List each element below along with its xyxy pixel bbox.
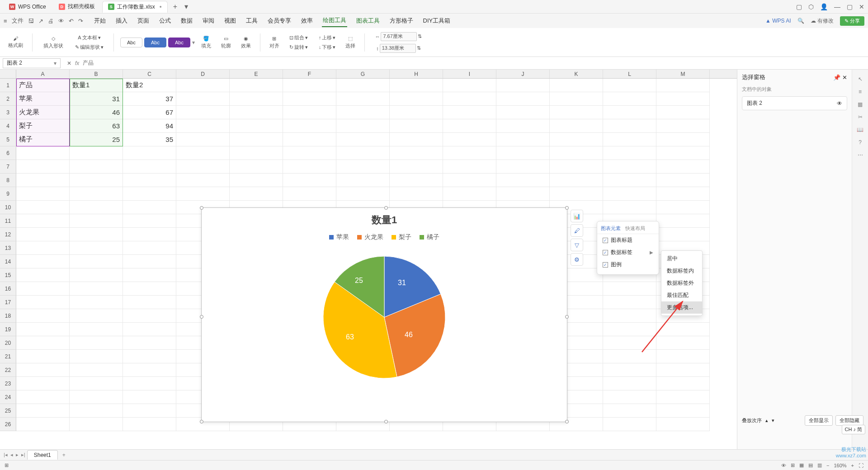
cell[interactable] [16, 160, 70, 174]
row-header[interactable]: 24 [0, 390, 16, 404]
dropdown-icon[interactable]: ▾ [54, 60, 57, 66]
cell[interactable] [70, 296, 123, 309]
cell[interactable] [550, 92, 603, 106]
cell[interactable] [16, 214, 70, 228]
row-header[interactable]: 21 [0, 350, 16, 363]
col-header[interactable]: G [336, 70, 390, 78]
cell[interactable] [603, 323, 656, 336]
cell[interactable] [496, 79, 550, 92]
close-button[interactable]: ✕ [859, 3, 864, 10]
cell[interactable] [70, 404, 123, 418]
cell[interactable] [336, 92, 390, 106]
cell[interactable] [603, 336, 656, 350]
zoom-level[interactable]: 160% [834, 463, 846, 468]
cell[interactable] [550, 106, 603, 119]
cell[interactable] [656, 201, 710, 214]
cell[interactable] [70, 418, 123, 431]
stepper-icon[interactable]: ⇅ [417, 45, 421, 51]
cell[interactable] [70, 390, 123, 404]
row-header[interactable]: 19 [0, 323, 16, 336]
cell[interactable] [283, 160, 336, 174]
checkbox-icon[interactable]: ✓ [603, 262, 608, 268]
cell[interactable] [70, 336, 123, 350]
cell[interactable]: 67 [123, 106, 176, 119]
cell[interactable] [656, 106, 710, 119]
row-header[interactable]: 22 [0, 363, 16, 377]
cell[interactable] [123, 404, 176, 418]
cell[interactable] [16, 282, 70, 296]
cell[interactable] [390, 106, 443, 119]
cell[interactable] [603, 350, 656, 363]
cell[interactable] [176, 187, 230, 201]
cell[interactable] [496, 92, 550, 106]
row-header[interactable]: 15 [0, 268, 16, 282]
row-header[interactable]: 9 [0, 187, 16, 201]
row-header[interactable]: 12 [0, 228, 16, 241]
cell[interactable] [70, 363, 123, 377]
cell[interactable] [603, 160, 656, 174]
row-header[interactable]: 13 [0, 241, 16, 255]
col-header[interactable]: B [70, 70, 123, 78]
cell[interactable] [390, 146, 443, 160]
cell[interactable] [230, 174, 283, 187]
menu-formula[interactable]: 公式 [158, 15, 172, 27]
visibility-icon[interactable]: 👁 [837, 100, 842, 107]
row-header[interactable]: 4 [0, 119, 16, 133]
formula-content[interactable]: 产品 [83, 59, 94, 67]
menu-icon[interactable]: ≡ [4, 18, 7, 24]
resize-handle[interactable] [565, 420, 569, 423]
cell[interactable] [283, 133, 336, 146]
cell[interactable] [443, 119, 496, 133]
cell[interactable] [123, 296, 176, 309]
undo-icon[interactable]: ↶ [69, 18, 74, 24]
print-icon[interactable]: 🖨 [48, 18, 54, 24]
submenu-more-options[interactable]: 更多选项... [661, 301, 702, 314]
cell[interactable] [16, 187, 70, 201]
cell[interactable] [70, 201, 123, 214]
cell[interactable] [16, 296, 70, 309]
status-icon[interactable]: ⊞ [5, 462, 9, 468]
cell[interactable] [656, 323, 710, 336]
group-button[interactable]: ⊡ 组合 ▾ [288, 33, 310, 42]
cell[interactable] [603, 106, 656, 119]
tab-menu-button[interactable]: ▾ [181, 2, 192, 11]
cell[interactable] [603, 363, 656, 377]
cell[interactable] [176, 146, 230, 160]
cell[interactable] [656, 146, 710, 160]
menu-diy[interactable]: DIY工具箱 [422, 15, 452, 27]
col-header[interactable]: L [603, 70, 656, 78]
cell[interactable] [123, 174, 176, 187]
cell[interactable] [70, 160, 123, 174]
cell[interactable]: 数量1 [70, 79, 123, 92]
cell[interactable] [283, 92, 336, 106]
pie-chart[interactable]: 31 46 63 25 [202, 249, 567, 381]
row-header[interactable]: 2 [0, 92, 16, 106]
style-preset-1[interactable]: Abc [120, 38, 142, 47]
maximize-button[interactable]: ▢ [847, 3, 853, 10]
cell[interactable] [603, 174, 656, 187]
fill-button[interactable]: 🪣填充 [198, 34, 214, 51]
select-button[interactable]: ⬚选择 [343, 34, 358, 51]
close-panel-icon[interactable]: ✕ [842, 74, 847, 81]
cell[interactable] [390, 119, 443, 133]
cell[interactable]: 94 [123, 119, 176, 133]
cell[interactable] [550, 133, 603, 146]
cell[interactable] [603, 119, 656, 133]
cell[interactable] [390, 160, 443, 174]
resize-handle[interactable] [565, 315, 569, 319]
checkbox-icon[interactable]: ✓ [603, 250, 608, 255]
help-tool-icon[interactable]: ? [859, 139, 862, 146]
col-header[interactable]: H [390, 70, 443, 78]
format-brush-button[interactable]: 🖌 格式刷 [5, 34, 26, 51]
fullscreen-icon[interactable]: ⛶ [859, 463, 863, 468]
cell[interactable] [656, 119, 710, 133]
submenu-bestfit[interactable]: 最佳匹配 [661, 289, 702, 301]
object-item[interactable]: 图表 2 👁 [742, 96, 847, 110]
text-box-button[interactable]: A 文本框 ▾ [76, 33, 102, 42]
row-header[interactable]: 7 [0, 160, 16, 174]
next-sheet-icon[interactable]: ▸ [16, 452, 19, 458]
menu-review[interactable]: 审阅 [202, 15, 215, 27]
cell[interactable] [123, 268, 176, 282]
cell[interactable] [390, 187, 443, 201]
cell[interactable] [656, 187, 710, 201]
